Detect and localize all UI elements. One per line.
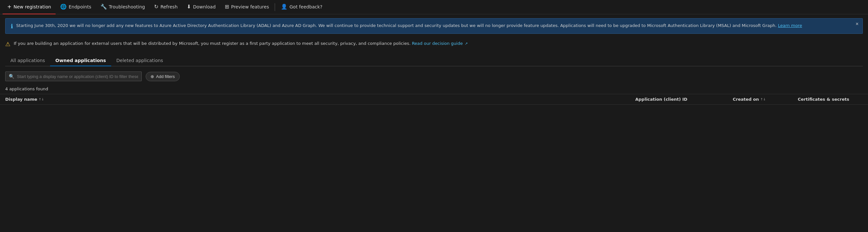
endpoints-button[interactable]: 🌐 Endpoints [56, 0, 96, 14]
got-feedback-button[interactable]: 👤 Got feedback? [276, 0, 327, 14]
globe-icon: 🌐 [60, 4, 67, 10]
sort-icon-display-name: ↑↓ [39, 97, 44, 101]
tab-all-applications[interactable]: All applications [5, 55, 50, 66]
info-icon: ℹ [11, 23, 13, 30]
add-filters-button[interactable]: ⊕ Add filters [146, 72, 180, 81]
warning-icon: ⚠ [5, 41, 10, 47]
warning-banner-text: If you are building an application for e… [14, 40, 468, 47]
warning-banner: ⚠ If you are building an application for… [5, 38, 863, 50]
sort-icon-created-on: ↑↓ [761, 97, 766, 101]
search-icon: 🔍 [9, 74, 14, 79]
search-box[interactable]: 🔍 [5, 71, 142, 81]
results-count: 4 applications found [5, 87, 863, 91]
banner-close-button[interactable]: × [856, 21, 859, 27]
refresh-icon: ↻ [154, 4, 158, 10]
tabs-container: All applications Owned applications Dele… [5, 55, 863, 66]
preview-features-button[interactable]: ⊞ Preview features [220, 0, 273, 14]
plus-icon: + [7, 4, 11, 10]
troubleshooting-button[interactable]: 🔧 Troubleshooting [96, 0, 150, 14]
learn-more-link[interactable]: Learn more [778, 23, 802, 28]
tab-deleted-applications[interactable]: Deleted applications [111, 55, 168, 66]
decision-guide-link[interactable]: Read our decision guide ↗ [412, 41, 468, 46]
info-banner: ℹ Starting June 30th, 2020 we will no lo… [5, 18, 863, 34]
toolbar: + New registration 🌐 Endpoints 🔧 Trouble… [0, 0, 868, 14]
external-link-icon: ↗ [465, 42, 468, 46]
col-header-created-on[interactable]: Created on ↑↓ [733, 97, 798, 102]
feedback-icon: 👤 [281, 4, 287, 10]
tab-owned-applications[interactable]: Owned applications [50, 55, 111, 66]
download-icon: ⬇ [187, 4, 191, 10]
filter-row: 🔍 ⊕ Add filters [5, 71, 863, 81]
col-header-certificates-secrets: Certificates & secrets [798, 97, 863, 102]
refresh-button[interactable]: ↻ Refresh [150, 0, 182, 14]
col-header-display-name[interactable]: Display name ↑↓ [5, 97, 635, 102]
info-banner-text: Starting June 30th, 2020 we will no long… [16, 23, 802, 29]
preview-icon: ⊞ [225, 4, 229, 10]
col-header-app-client-id: Application (client) ID [635, 97, 733, 102]
filter-icon: ⊕ [151, 74, 154, 79]
table-header: Display name ↑↓ Application (client) ID … [0, 94, 868, 105]
search-input[interactable] [17, 74, 138, 79]
new-registration-button[interactable]: + New registration [3, 0, 56, 14]
wrench-icon: 🔧 [100, 4, 107, 10]
toolbar-divider [275, 3, 275, 11]
download-button[interactable]: ⬇ Download [182, 0, 220, 14]
